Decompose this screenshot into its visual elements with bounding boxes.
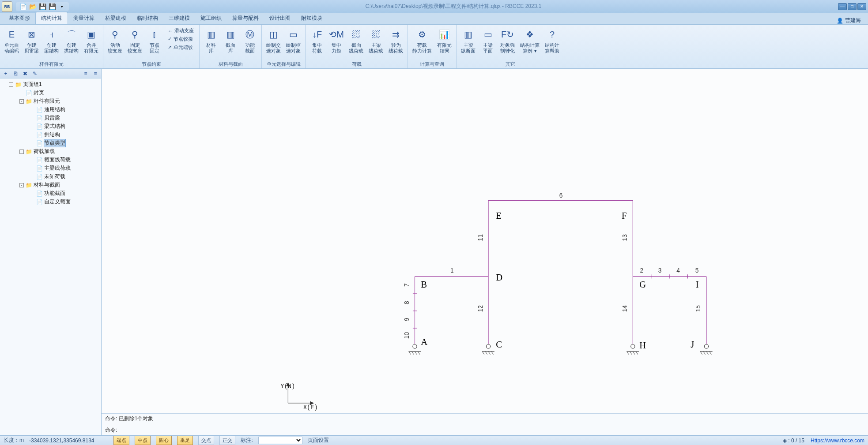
mark-combo[interactable]	[258, 437, 302, 444]
website-link[interactable]: Https://www.rbcce.com	[811, 438, 864, 444]
document-icon: 📄	[36, 157, 42, 163]
ribbon-btn-5-0[interactable]: ⚙荷载 静力计算	[411, 26, 434, 55]
ribbon-tab-construction[interactable]: 施工组织	[195, 12, 227, 24]
tree-copy-icon[interactable]: ⎘	[12, 71, 19, 77]
snap-perp[interactable]: 垂足	[177, 436, 193, 445]
ribbon-btn-0-4[interactable]: ▣合并 有限元	[82, 26, 100, 55]
tree-item-4[interactable]: 📄梁式结构	[2, 122, 99, 131]
user-area[interactable]: 👤 曹建海	[837, 17, 864, 24]
ribbon-small-1-2[interactable]: ↗单元端铰	[167, 44, 195, 51]
ribbon-btn-4-2[interactable]: ⛆截面 线荷载	[347, 26, 365, 55]
ribbon-btn-3-1[interactable]: ▭绘制框 选对象	[284, 26, 302, 55]
document-icon: 📄	[36, 107, 42, 113]
ribbon-btn-0-3[interactable]: ⌒创建 拱结构	[62, 26, 80, 55]
save-as-icon[interactable]: 💾	[49, 3, 56, 10]
ribbon-icon: ▥	[204, 27, 218, 41]
qat-dropdown-icon[interactable]: ▾	[58, 3, 65, 10]
ribbon-small-1-0[interactable]: ↔滑动支座	[167, 27, 195, 34]
open-file-icon[interactable]: 📂	[29, 3, 36, 10]
tree-edit-icon[interactable]: ✎	[32, 71, 38, 77]
tree-item-label: 未知荷载	[44, 173, 65, 180]
layer-icon[interactable]: ◈ : 0 / 15	[783, 438, 804, 444]
page-setup-button[interactable]: 页面设置	[308, 437, 329, 444]
ribbon-tab-3d[interactable]: 三维建模	[163, 12, 195, 24]
ribbon-icon: ▥	[223, 27, 238, 41]
ribbon-btn-1-2[interactable]: ⫿节点 固定	[146, 26, 163, 55]
ribbon-btn-1-1[interactable]: ⚲固定 铰支座	[126, 26, 144, 55]
ribbon-btn-6-1[interactable]: ▭主梁 平面	[479, 26, 497, 55]
minimize-button[interactable]: —	[838, 3, 847, 10]
ribbon-btn-0-0[interactable]: E单元自 动编码	[3, 26, 21, 55]
ribbon-tab-structure[interactable]: 结构计算	[35, 12, 68, 24]
ribbon-icon: ⚙	[415, 27, 429, 41]
ribbon-btn-2-0[interactable]: ▥材料 库	[202, 26, 220, 55]
ribbon-tab-quantity[interactable]: 算量与配料	[227, 12, 264, 24]
ribbon-group-4: ↓F集中 荷载⟲M集中 力矩⛆截面 线荷载⛆主梁 线荷载⇉转为 线荷载荷载	[306, 25, 408, 68]
snap-midpoint[interactable]: 中点	[135, 436, 151, 445]
tree-item-8[interactable]: 📄截面线荷载	[2, 156, 99, 164]
tree-item-12[interactable]: 📄功能截面	[2, 189, 99, 198]
app-logo: RB	[2, 1, 12, 12]
tree-item-9[interactable]: 📄主梁线荷载	[2, 164, 99, 172]
ribbon-btn-6-4[interactable]: ?结构计 算帮助	[543, 26, 561, 55]
tree-indent-icon[interactable]: ≡	[92, 71, 98, 77]
ribbon-btn-0-2[interactable]: ⫞创建 梁结构	[42, 26, 60, 55]
ribbon-btn-label: 材料 库	[206, 42, 216, 54]
snap-ortho[interactable]: 正交	[219, 436, 235, 445]
tree-item-10[interactable]: 📄未知荷载	[2, 172, 99, 181]
user-name: 曹建海	[845, 17, 861, 24]
save-icon[interactable]: 💾	[39, 3, 46, 10]
tree-item-1[interactable]: -📁杆件有限元	[2, 97, 99, 105]
ribbon-btn-1-0[interactable]: ⚲活动 铰支座	[106, 26, 124, 55]
ribbon-btn-4-3[interactable]: ⛆主梁 线荷载	[367, 26, 385, 55]
ribbon-btn-6-3[interactable]: ❖结构计算 算例 ▾	[518, 26, 541, 55]
tree-item-6[interactable]: 📄节点类型	[2, 139, 99, 147]
ribbon-btn-2-2[interactable]: Ⓜ功能 截面	[241, 26, 259, 55]
ribbon-small-1-1[interactable]: ✓节点铰接	[167, 35, 195, 43]
drawing-canvas[interactable]: A B C D E F G H I J 1 2 3 4 5 6 7 8 9 1	[102, 69, 868, 413]
ribbon-tab-basic[interactable]: 基本图形	[4, 12, 35, 24]
ribbon-btn-5-1[interactable]: 📊有限元 结果	[435, 26, 453, 55]
tree-item-3[interactable]: 📄贝雷梁	[2, 114, 99, 122]
expander-icon[interactable]: -	[19, 99, 24, 104]
node-A: A	[421, 337, 427, 347]
ribbon-btn-3-0[interactable]: ◫绘制交 选对象	[264, 26, 283, 55]
ribbon-tab-bridge[interactable]: 桥梁建模	[100, 12, 132, 24]
ribbon-btn-4-0[interactable]: ↓F集中 荷载	[308, 26, 326, 55]
close-button[interactable]: ✕	[857, 3, 866, 10]
elem-11: 11	[477, 234, 484, 241]
ribbon-btn-label: 绘制框 选对象	[286, 42, 301, 54]
new-file-icon[interactable]: 📄	[19, 3, 26, 10]
ribbon-btn-label: 转为 线荷载	[389, 42, 403, 54]
tree-item-0[interactable]: 📄封页	[2, 89, 99, 97]
command-input[interactable]	[119, 427, 864, 434]
tree-item-13[interactable]: 📄自定义截面	[2, 198, 99, 206]
snap-endpoint[interactable]: 端点	[113, 436, 129, 445]
tree-item-2[interactable]: 📄通用结构	[2, 105, 99, 114]
ribbon-btn-4-4[interactable]: ⇉转为 线荷载	[387, 26, 405, 55]
expander-icon[interactable]: -	[9, 82, 13, 87]
ribbon-btn-2-1[interactable]: ▥截面 库	[222, 26, 239, 55]
ribbon-tab-addon[interactable]: 附加模块	[296, 12, 328, 24]
expander-icon[interactable]: -	[19, 183, 24, 187]
ribbon-btn-6-2[interactable]: F↻对象强 制转化	[498, 26, 517, 55]
tree-root[interactable]: - 📁 页面组1	[2, 80, 99, 89]
tree-view[interactable]: - 📁 页面组1 📄封页-📁杆件有限元📄通用结构📄贝雷梁📄梁式结构📄拱结构📄节点…	[0, 79, 101, 435]
ribbon-btn-6-0[interactable]: ▥主梁 纵断面	[459, 26, 477, 55]
snap-center[interactable]: 圆心	[156, 436, 172, 445]
ribbon-btn-4-1[interactable]: ⟲M集中 力矩	[328, 26, 345, 55]
tree-delete-icon[interactable]: ✖	[22, 71, 28, 77]
ribbon-tab-survey[interactable]: 测量计算	[68, 12, 100, 24]
snap-intersection[interactable]: 交点	[198, 436, 214, 445]
ribbon-btn-0-1[interactable]: ⊠创建 贝雷梁	[23, 26, 41, 55]
ribbon-tab-drawing[interactable]: 设计出图	[264, 12, 296, 24]
expander-icon[interactable]: -	[19, 150, 24, 154]
tree-outdent-icon[interactable]: ≡	[83, 71, 89, 77]
tree-item-7[interactable]: -📁荷载加载	[2, 147, 99, 156]
tree-item-11[interactable]: -📁材料与截面	[2, 181, 99, 189]
tree-add-icon[interactable]: +	[3, 71, 9, 77]
tree-item-5[interactable]: 📄拱结构	[2, 131, 99, 139]
ribbon-tab-temp[interactable]: 临时结构	[132, 12, 163, 24]
maximize-button[interactable]: □	[848, 3, 857, 10]
ribbon-btn-label: 主梁 纵断面	[461, 42, 476, 54]
